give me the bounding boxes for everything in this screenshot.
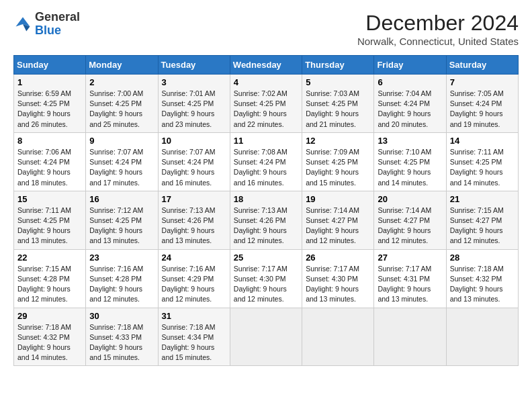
- day-number: 2: [89, 77, 154, 87]
- header-wednesday: Wednesday: [230, 56, 302, 75]
- day-number: 8: [17, 136, 82, 146]
- day-number: 29: [17, 311, 82, 321]
- calendar-cell: [446, 308, 518, 366]
- day-number: 16: [89, 194, 154, 204]
- day-number: 21: [450, 194, 515, 204]
- calendar-cell: 30Sunrise: 7:18 AMSunset: 4:33 PMDayligh…: [86, 308, 158, 366]
- calendar-body: 1Sunrise: 6:59 AMSunset: 4:25 PMDaylight…: [14, 75, 519, 366]
- calendar-header: SundayMondayTuesdayWednesdayThursdayFrid…: [14, 56, 519, 75]
- day-number: 25: [234, 253, 298, 263]
- calendar-cell: 21Sunrise: 7:15 AMSunset: 4:27 PMDayligh…: [446, 191, 518, 249]
- day-info: Sunrise: 7:18 AMSunset: 4:32 PMDaylight:…: [17, 322, 82, 363]
- title-block: December 2024 Norwalk, Connecticut, Unit…: [357, 11, 519, 47]
- logo-text: General Blue: [35, 11, 80, 38]
- day-number: 26: [306, 253, 370, 263]
- day-info: Sunrise: 7:13 AMSunset: 4:26 PMDaylight:…: [162, 205, 226, 246]
- calendar-cell: 2Sunrise: 7:00 AMSunset: 4:25 PMDaylight…: [86, 75, 158, 133]
- day-info: Sunrise: 7:10 AMSunset: 4:25 PMDaylight:…: [378, 147, 442, 188]
- day-number: 28: [450, 253, 515, 263]
- day-number: 13: [378, 136, 442, 146]
- header-saturday: Saturday: [446, 56, 518, 75]
- day-number: 14: [450, 136, 515, 146]
- day-info: Sunrise: 7:17 AMSunset: 4:30 PMDaylight:…: [306, 264, 370, 305]
- day-info: Sunrise: 7:07 AMSunset: 4:24 PMDaylight:…: [162, 147, 226, 188]
- week-row-1: 1Sunrise: 6:59 AMSunset: 4:25 PMDaylight…: [14, 75, 519, 133]
- day-info: Sunrise: 7:11 AMSunset: 4:25 PMDaylight:…: [17, 205, 82, 246]
- header-thursday: Thursday: [302, 56, 374, 75]
- calendar-cell: 9Sunrise: 7:07 AMSunset: 4:24 PMDaylight…: [86, 132, 158, 191]
- calendar-cell: 24Sunrise: 7:16 AMSunset: 4:29 PMDayligh…: [158, 249, 230, 308]
- calendar-cell: 10Sunrise: 7:07 AMSunset: 4:24 PMDayligh…: [158, 132, 230, 191]
- header-sunday: Sunday: [14, 56, 86, 75]
- week-row-3: 15Sunrise: 7:11 AMSunset: 4:25 PMDayligh…: [14, 191, 519, 249]
- svg-marker-0: [16, 17, 30, 26]
- page-title: December 2024: [357, 11, 519, 36]
- day-number: 23: [89, 253, 154, 263]
- day-number: 11: [234, 136, 298, 146]
- day-info: Sunrise: 7:16 AMSunset: 4:29 PMDaylight:…: [162, 264, 226, 305]
- day-info: Sunrise: 7:07 AMSunset: 4:24 PMDaylight:…: [89, 147, 154, 188]
- calendar-cell: 20Sunrise: 7:14 AMSunset: 4:27 PMDayligh…: [374, 191, 446, 249]
- day-number: 31: [162, 311, 226, 321]
- day-number: 12: [306, 136, 370, 146]
- week-row-5: 29Sunrise: 7:18 AMSunset: 4:32 PMDayligh…: [14, 308, 519, 366]
- calendar-cell: 29Sunrise: 7:18 AMSunset: 4:32 PMDayligh…: [14, 308, 86, 366]
- day-info: Sunrise: 7:17 AMSunset: 4:30 PMDaylight:…: [234, 264, 298, 305]
- calendar-cell: 6Sunrise: 7:04 AMSunset: 4:24 PMDaylight…: [374, 75, 446, 133]
- calendar-cell: 5Sunrise: 7:03 AMSunset: 4:25 PMDaylight…: [302, 75, 374, 133]
- day-info: Sunrise: 7:04 AMSunset: 4:24 PMDaylight:…: [378, 89, 442, 130]
- day-info: Sunrise: 7:14 AMSunset: 4:27 PMDaylight:…: [306, 205, 370, 246]
- page-subtitle: Norwalk, Connecticut, United States: [357, 36, 519, 47]
- header-monday: Monday: [86, 56, 158, 75]
- day-number: 22: [17, 253, 82, 263]
- day-info: Sunrise: 7:18 AMSunset: 4:32 PMDaylight:…: [450, 264, 515, 305]
- day-info: Sunrise: 7:16 AMSunset: 4:28 PMDaylight:…: [89, 264, 154, 305]
- header-friday: Friday: [374, 56, 446, 75]
- day-number: 17: [162, 194, 226, 204]
- day-number: 4: [234, 77, 298, 87]
- calendar-cell: 7Sunrise: 7:05 AMSunset: 4:24 PMDaylight…: [446, 75, 518, 133]
- day-info: Sunrise: 7:13 AMSunset: 4:26 PMDaylight:…: [234, 205, 298, 246]
- day-info: Sunrise: 7:06 AMSunset: 4:24 PMDaylight:…: [17, 147, 82, 188]
- calendar-cell: 27Sunrise: 7:17 AMSunset: 4:31 PMDayligh…: [374, 249, 446, 308]
- day-info: Sunrise: 7:08 AMSunset: 4:24 PMDaylight:…: [234, 147, 298, 188]
- calendar-cell: 14Sunrise: 7:11 AMSunset: 4:25 PMDayligh…: [446, 132, 518, 191]
- calendar-cell: 1Sunrise: 6:59 AMSunset: 4:25 PMDaylight…: [14, 75, 86, 133]
- day-info: Sunrise: 7:17 AMSunset: 4:31 PMDaylight:…: [378, 264, 442, 305]
- day-number: 18: [234, 194, 298, 204]
- calendar-cell: 31Sunrise: 7:18 AMSunset: 4:34 PMDayligh…: [158, 308, 230, 366]
- day-number: 27: [378, 253, 442, 263]
- day-number: 1: [17, 77, 82, 87]
- day-info: Sunrise: 7:18 AMSunset: 4:33 PMDaylight:…: [89, 322, 154, 363]
- week-row-2: 8Sunrise: 7:06 AMSunset: 4:24 PMDaylight…: [14, 132, 519, 191]
- calendar-cell: 25Sunrise: 7:17 AMSunset: 4:30 PMDayligh…: [230, 249, 302, 308]
- day-info: Sunrise: 7:00 AMSunset: 4:25 PMDaylight:…: [89, 89, 154, 130]
- calendar-cell: 15Sunrise: 7:11 AMSunset: 4:25 PMDayligh…: [14, 191, 86, 249]
- day-number: 30: [89, 311, 154, 321]
- day-number: 19: [306, 194, 370, 204]
- day-info: Sunrise: 7:11 AMSunset: 4:25 PMDaylight:…: [450, 147, 515, 188]
- calendar-cell: 3Sunrise: 7:01 AMSunset: 4:25 PMDaylight…: [158, 75, 230, 133]
- calendar-cell: 16Sunrise: 7:12 AMSunset: 4:25 PMDayligh…: [86, 191, 158, 249]
- day-info: Sunrise: 7:02 AMSunset: 4:25 PMDaylight:…: [234, 89, 298, 130]
- calendar-cell: 17Sunrise: 7:13 AMSunset: 4:26 PMDayligh…: [158, 191, 230, 249]
- day-info: Sunrise: 7:15 AMSunset: 4:27 PMDaylight:…: [450, 205, 515, 246]
- calendar-cell: [374, 308, 446, 366]
- day-number: 9: [89, 136, 154, 146]
- day-info: Sunrise: 7:15 AMSunset: 4:28 PMDaylight:…: [17, 264, 82, 305]
- calendar-cell: 23Sunrise: 7:16 AMSunset: 4:28 PMDayligh…: [86, 249, 158, 308]
- calendar-cell: 4Sunrise: 7:02 AMSunset: 4:25 PMDaylight…: [230, 75, 302, 133]
- calendar-cell: 22Sunrise: 7:15 AMSunset: 4:28 PMDayligh…: [14, 249, 86, 308]
- week-row-4: 22Sunrise: 7:15 AMSunset: 4:28 PMDayligh…: [14, 249, 519, 308]
- calendar-cell: 12Sunrise: 7:09 AMSunset: 4:25 PMDayligh…: [302, 132, 374, 191]
- calendar-cell: 18Sunrise: 7:13 AMSunset: 4:26 PMDayligh…: [230, 191, 302, 249]
- calendar-cell: 19Sunrise: 7:14 AMSunset: 4:27 PMDayligh…: [302, 191, 374, 249]
- day-info: Sunrise: 7:05 AMSunset: 4:24 PMDaylight:…: [450, 89, 515, 130]
- calendar-table: SundayMondayTuesdayWednesdayThursdayFrid…: [13, 55, 519, 366]
- calendar-cell: 13Sunrise: 7:10 AMSunset: 4:25 PMDayligh…: [374, 132, 446, 191]
- calendar-cell: [302, 308, 374, 366]
- calendar-cell: 11Sunrise: 7:08 AMSunset: 4:24 PMDayligh…: [230, 132, 302, 191]
- day-number: 5: [306, 77, 370, 87]
- day-info: Sunrise: 7:12 AMSunset: 4:25 PMDaylight:…: [89, 205, 154, 246]
- day-info: Sunrise: 7:18 AMSunset: 4:34 PMDaylight:…: [162, 322, 226, 363]
